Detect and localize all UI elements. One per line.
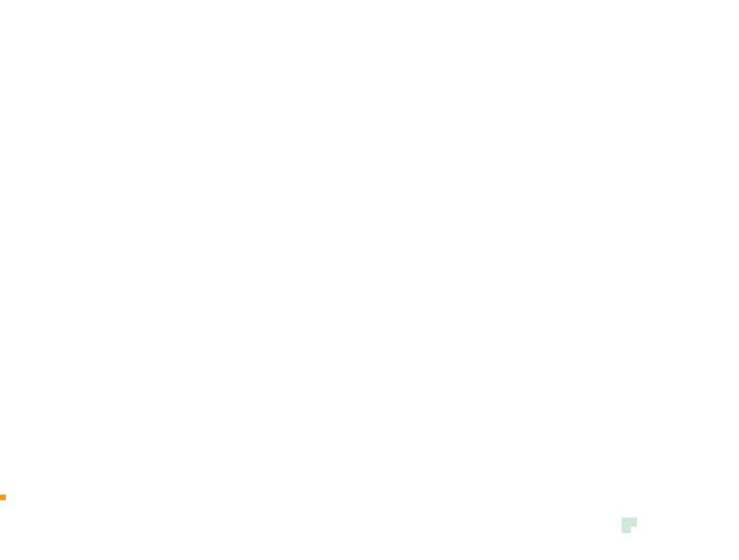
watermark-logo-icon: [622, 518, 637, 533]
selection-highlight: [0, 495, 6, 500]
spreadsheet-grid[interactable]: [0, 0, 739, 495]
watermark: [622, 518, 643, 533]
